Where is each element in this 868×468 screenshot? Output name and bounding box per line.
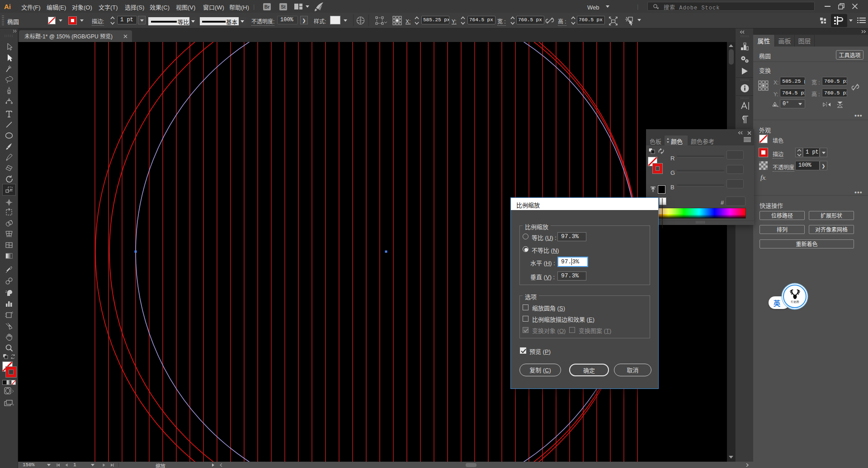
svg-text:行走的: 行走的 — [791, 300, 799, 304]
